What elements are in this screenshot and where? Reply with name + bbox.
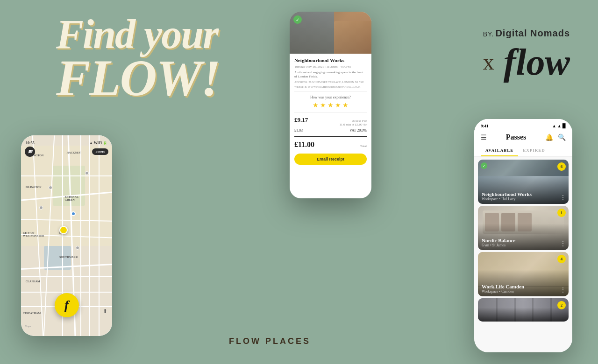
pass-card-2[interactable]: 1 Nordic Balance Gym • St James ⋮ — [478, 206, 569, 250]
receipt-stars: ★ ★ ★ ★ ★ — [294, 101, 367, 109]
pass-name-2: Nordic Balance — [482, 238, 565, 243]
passes-status-bar: 9:41 ▲ ▲ ▉ — [474, 119, 572, 131]
branding-section: BY.Digital Nomads x flow — [483, 28, 570, 81]
passes-title: Passes — [506, 133, 527, 141]
pass-card-content-1: Neighbourhood Works Workspace • Hol Lacy — [482, 191, 565, 201]
receipt-vat-row: £1.83 VAT 20.0% — [294, 128, 367, 133]
pass-sub-3: Workspace • Camden — [482, 289, 565, 294]
company-name: Digital Nomads — [495, 28, 570, 38]
receipt-total-amount: £11.00 — [294, 140, 314, 149]
flow-f-button[interactable]: f — [55, 293, 79, 317]
email-receipt-button[interactable]: Email Receipt — [294, 154, 367, 165]
maps-watermark: Maps — [25, 325, 31, 328]
bell-icon[interactable]: 🔔 — [545, 133, 553, 141]
pass-more-icon-1[interactable]: ⋮ — [560, 194, 566, 201]
star-2: ★ — [320, 101, 326, 109]
map-dot-sm2 — [39, 206, 43, 210]
map-dot-sm4 — [85, 171, 89, 175]
search-icon[interactable]: 🔍 — [558, 133, 566, 141]
label-city: CITY OFWESTMINSTER — [23, 231, 44, 237]
pass-card-content-2: Nordic Balance Gym • St James — [482, 238, 565, 247]
pass-name-1: Neighbourhood Works — [482, 191, 565, 197]
passes-header: ☰ Passes 🔔 🔍 — [474, 131, 572, 145]
status-time: 10:55 — [26, 141, 35, 145]
receipt-divider-2 — [294, 112, 367, 113]
receipt-access-fee-detail: 11.0 min at £5.00 /hr — [340, 123, 367, 126]
pass-name-3: Work.Life Camden — [482, 284, 565, 289]
flow-places-label: FLOW PLACES — [229, 336, 311, 346]
label-streatham: STREATHAM — [23, 312, 41, 315]
pass-badge-4: 2 — [557, 301, 566, 309]
main-headline: Find your FLOW! — [56, 14, 220, 101]
filter-button[interactable]: Filters — [92, 148, 108, 155]
headline-line1: Find your — [56, 14, 220, 55]
road-extra8 — [99, 135, 100, 336]
phone-left: STOKENEWINGTON HACKNEY ISLINGTON BETHNAL… — [21, 135, 112, 336]
receipt-verified-icon: ✓ — [293, 15, 302, 24]
by-digital-nomads: BY.Digital Nomads — [483, 28, 570, 39]
tab-available[interactable]: AVAILABLE — [481, 145, 518, 156]
receipt-vat-label: VAT 20.0% — [349, 128, 367, 133]
label-clapham: CLAPHAM — [26, 280, 40, 283]
star-3: ★ — [327, 101, 334, 109]
pass-more-icon-2[interactable]: ⋮ — [560, 240, 566, 247]
receipt-image-overlay — [290, 12, 371, 54]
phone-middle: ✓ Neighbourhood Works Tuesday Nov 16, 20… — [290, 12, 371, 198]
phone-status-bar-left: 10:55 ▲ WiFi 🔋 — [26, 139, 107, 147]
pass-more-icon-3[interactable]: ⋮ — [560, 287, 566, 294]
pass-badge-1: 6 — [557, 162, 566, 171]
receipt-address: ADDRESS: 28 WHITMORE TERRACE, LONDON N1 … — [294, 81, 367, 84]
tab-expired[interactable]: EXPIRED — [518, 145, 550, 156]
passes-action-icons: 🔔 🔍 — [545, 133, 566, 141]
pass-sub-2: Gym • St James — [482, 243, 565, 247]
by-label: BY. — [483, 30, 494, 38]
receipt-image: ✓ — [290, 12, 371, 54]
receipt-venue-name: Neighbourhood Works — [294, 57, 367, 63]
star-4: ★ — [335, 101, 341, 109]
pass-card-1[interactable]: ✓ 6 Neighbourhood Works Workspace • Hol … — [478, 160, 569, 204]
pass-sub-1: Workspace • Hol Lacy — [482, 197, 565, 201]
receipt-total-row: £11.00 Total — [294, 140, 367, 149]
pass-overlay-4 — [478, 298, 569, 322]
passes-status-time: 9:41 — [481, 124, 489, 128]
receipt-description: A vibrant and engaging coworking space i… — [294, 70, 367, 79]
receipt-access-fee-label: Access Fee — [340, 119, 367, 123]
status-icons: ▲ WiFi 🔋 — [89, 141, 107, 145]
pass-badge-2: 1 — [557, 209, 566, 217]
receipt-total-label: Total — [360, 144, 367, 148]
map-dot-sm3 — [76, 246, 79, 250]
receipt-date: Tuesday Nov 16, 2021 | 11:30am - 4:00PM — [294, 65, 367, 69]
map-dot-yellow — [59, 226, 68, 234]
map-dot-sm1 — [49, 186, 52, 189]
label-islington: ISLINGTON — [26, 186, 42, 189]
receipt-body: Neighbourhood Works Tuesday Nov 16, 2021… — [290, 54, 371, 198]
receipt-divider-1 — [294, 91, 367, 92]
star-5: ★ — [342, 101, 349, 109]
receipt-website: WEBSITE: WWW.NEIGHBOURHOODWORKS.CO.UK — [294, 85, 367, 88]
compass: ⬆ — [103, 308, 107, 315]
phone-right: 9:41 ▲ ▲ ▉ ☰ Passes 🔔 🔍 AVAILABLE EXPIRE… — [474, 119, 572, 352]
pass-card-content-3: Work.Life Camden Workspace • Camden — [482, 284, 565, 294]
headline-line2: FLOW! — [56, 55, 220, 101]
star-1: ★ — [313, 101, 319, 109]
label-southwark: SOUTHWARK — [59, 256, 78, 259]
passes-tabs: AVAILABLE EXPIRED — [474, 145, 572, 157]
receipt-access-fee-amount: £9.17 — [294, 116, 308, 124]
passes-list: ✓ 6 Neighbourhood Works Workspace • Hol … — [474, 157, 572, 352]
receipt-fee-row: £9.17 Access Fee 11.0 min at £5.00 /hr — [294, 116, 367, 126]
passes-status-icons: ▲ ▲ ▉ — [552, 124, 566, 128]
pass-badge-3: 4 — [557, 255, 566, 263]
receipt-total-line — [294, 136, 367, 137]
receipt-experience-question: How was your experience? — [294, 95, 367, 99]
map-filter-bar: ≋ Filters — [21, 147, 112, 157]
pass-card-3[interactable]: 4 Work.Life Camden Workspace • Camden ⋮ — [478, 252, 569, 296]
map-logo: ≋ — [25, 147, 35, 157]
pass-card-4[interactable]: 2 — [478, 298, 569, 322]
flow-brand: flow — [504, 43, 570, 81]
pass-green-dot-1: ✓ — [481, 162, 487, 169]
label-bethnal: BETHNALGREEN — [65, 196, 78, 201]
brand-x: x — [483, 51, 494, 73]
road-extra7 — [80, 135, 81, 336]
receipt-vat-amount: £1.83 — [294, 128, 303, 133]
passes-menu-icon[interactable]: ☰ — [481, 133, 487, 141]
